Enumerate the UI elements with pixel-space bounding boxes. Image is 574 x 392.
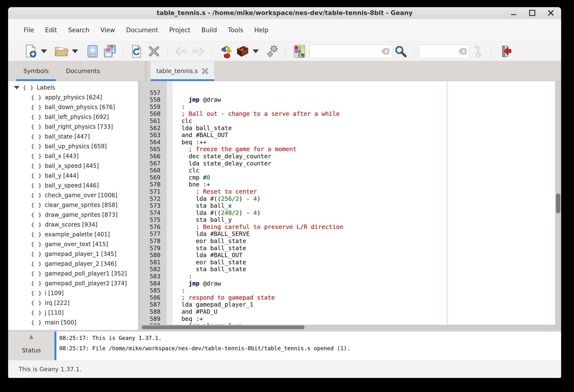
build-button[interactable]	[234, 43, 251, 60]
open-file-button[interactable]	[53, 43, 70, 60]
search-input[interactable]	[310, 46, 381, 56]
symbol-label: ball_y [444]	[45, 172, 79, 179]
vertical-scrollbar[interactable]	[555, 81, 561, 325]
clear-icon[interactable]	[458, 47, 467, 55]
symbol-label: gamepad_poll_player1 [352]	[45, 270, 127, 277]
symbol-label: main [500]	[45, 319, 76, 326]
expander-icon[interactable]	[14, 86, 20, 89]
symbol-item[interactable]: { } irq [222]	[8, 298, 138, 308]
status-message: 08:25:17: File /home/mike/workspace/nes-…	[59, 343, 561, 353]
menu-item[interactable]: Edit	[40, 23, 62, 37]
symbol-item[interactable]: { } draw_game_sprites [873]	[8, 210, 138, 220]
menu-item[interactable]: Help	[249, 23, 274, 37]
compile-button[interactable]	[217, 43, 234, 60]
close-button[interactable]	[547, 9, 555, 17]
symbol-item[interactable]: { } ball_x_speed [445]	[8, 161, 138, 171]
pane-splitter[interactable]	[145, 61, 147, 81]
symbol-icon: { }	[31, 290, 42, 296]
new-file-dropdown[interactable]	[39, 43, 49, 60]
symbol-icon: { }	[31, 222, 42, 227]
symbol-item[interactable]: { } game_over_text [415]	[8, 239, 138, 249]
open-file-dropdown[interactable]	[70, 43, 80, 60]
symbol-label: ball_y_speed [446]	[45, 182, 99, 189]
save-all-button[interactable]	[101, 43, 118, 60]
collapse-panel-icon[interactable]: ▲	[8, 333, 54, 339]
close-document-icon	[148, 45, 160, 57]
menu-item[interactable]: File	[18, 23, 40, 37]
symbol-item[interactable]: { } ball_x [443]	[8, 151, 138, 161]
menu-item[interactable]: Build	[196, 23, 223, 37]
tab-file[interactable]: table_tennis.s	[151, 61, 214, 81]
build-brick-icon	[235, 45, 249, 58]
tab-status[interactable]: Status	[8, 347, 54, 354]
symbol-item[interactable]: { } gamepad_poll_player1 [352]	[8, 268, 138, 278]
symbol-item[interactable]: { } gamepad_poll_player2 [374]	[8, 278, 138, 288]
navigate-forward-button[interactable]	[190, 43, 207, 60]
tab-documents[interactable]: Documents	[57, 61, 109, 81]
new-file-icon	[24, 44, 37, 59]
code-editor[interactable]: 557 jmp @draw 558 : 559 ; Ball out - cha…	[141, 81, 561, 325]
menu-item[interactable]: Document	[121, 23, 164, 37]
build-dropdown[interactable]	[251, 43, 261, 60]
symbol-item[interactable]: { } ball_y_speed [446]	[8, 181, 138, 190]
clear-icon[interactable]	[381, 47, 390, 55]
code-line: 579 lda #BALL_OUT	[141, 238, 555, 245]
minimize-button[interactable]	[510, 9, 518, 17]
menu-item[interactable]: Search	[62, 23, 95, 37]
symbol-item[interactable]: { } main [500]	[8, 317, 138, 327]
vertical-scrollbar-thumb[interactable]	[556, 193, 560, 213]
search-button[interactable]	[392, 43, 409, 60]
symbol-item[interactable]: { } clear_game_sprites [858]	[8, 200, 138, 210]
message-tabs: ▲ Status	[8, 331, 54, 360]
new-file-button[interactable]	[22, 43, 39, 60]
tree-root-labels[interactable]: { } Labels	[8, 83, 138, 92]
symbol-icon: { }	[31, 212, 42, 218]
symbol-item[interactable]: { } apply_physics [624]	[8, 92, 138, 102]
goto-line-input[interactable]	[419, 46, 458, 56]
tab-symbols[interactable]: Symbols	[15, 61, 57, 81]
symbol-label: irq [222]	[45, 300, 70, 306]
save-button[interactable]	[84, 43, 101, 60]
symbol-item[interactable]: { } ball_up_physics [659]	[8, 141, 138, 151]
close-document-button[interactable]	[145, 43, 163, 60]
code-line: 565 dec state_delay_counter	[141, 139, 555, 146]
symbol-item[interactable]: { } check_game_over [1006]	[8, 190, 138, 200]
symbol-item[interactable]: { } ball_state [447]	[8, 132, 138, 141]
symbol-item[interactable]: { } ball_down_physics [676]	[8, 102, 138, 112]
symbol-item[interactable]: { } ball_y [444]	[8, 171, 138, 181]
tab-close-icon[interactable]	[202, 68, 208, 75]
quit-button[interactable]	[496, 43, 513, 60]
sidebar-tabs: Symbols Documents	[8, 61, 145, 81]
save-icon	[87, 45, 99, 58]
menu-item[interactable]: Tools	[223, 23, 249, 37]
symbol-icon: { }	[31, 241, 42, 247]
symbol-item[interactable]: { } i [109]	[8, 288, 138, 298]
symbol-item[interactable]: { } draw_scores [934]	[8, 220, 138, 229]
execute-button[interactable]	[264, 43, 281, 60]
active-tab-indicator	[54, 331, 56, 360]
maximize-button[interactable]	[528, 9, 536, 17]
goto-line-button[interactable]	[469, 43, 486, 60]
horizontal-scrollbar-thumb[interactable]	[142, 325, 305, 329]
revert-button[interactable]	[128, 43, 145, 60]
symbol-item[interactable]: { } j [110]	[8, 308, 138, 317]
sidebar-splitter[interactable]	[138, 81, 141, 330]
symbol-item[interactable]: { } example_palette [401]	[8, 229, 138, 239]
code-line: 567 clc	[141, 153, 555, 160]
panel-divider[interactable]	[8, 330, 561, 331]
menu-item[interactable]: View	[95, 23, 121, 37]
desktop: { "window": { "title": "table_tennis.s -…	[0, 0, 574, 392]
navigate-back-button[interactable]	[172, 43, 190, 60]
search-icon	[394, 45, 407, 58]
horizontal-scrollbar[interactable]	[141, 325, 561, 330]
symbol-item[interactable]: { } ball_left_physics [692]	[8, 112, 138, 122]
color-chooser-button[interactable]	[291, 43, 308, 60]
symbol-icon: { }	[31, 280, 42, 286]
symbol-item[interactable]: { } ball_right_physics [733]	[8, 122, 138, 132]
symbol-item[interactable]: { } gamepad_player_1 [345]	[8, 249, 138, 259]
symbol-label: ball_down_physics [676]	[45, 104, 115, 110]
code-line: 590 :	[141, 315, 555, 323]
goto-line-entry	[419, 44, 469, 58]
menu-item[interactable]: Project	[164, 23, 196, 37]
symbol-item[interactable]: { } gamepad_player_2 [346]	[8, 259, 138, 268]
